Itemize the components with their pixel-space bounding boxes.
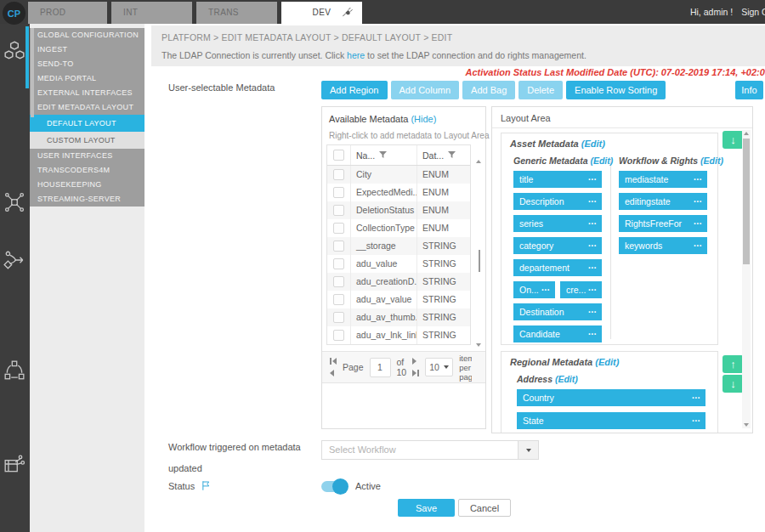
metadata-row[interactable]: City ENUM (327, 166, 470, 184)
tag-menu-icon[interactable] (588, 193, 598, 207)
env-tab[interactable]: INT (111, 2, 192, 24)
asset-edit-link[interactable]: (Edit) (581, 139, 605, 149)
grid-scrollbar-thumb[interactable] (479, 250, 480, 272)
env-tab[interactable]: DEV (281, 2, 362, 24)
toolbar-button[interactable]: Add Bag (462, 81, 515, 99)
layout-area-scrollbar[interactable] (742, 130, 751, 428)
tag-menu-icon[interactable] (694, 215, 704, 229)
row-checkbox[interactable] (333, 258, 344, 269)
toolbar-button[interactable]: Add Region (321, 81, 388, 99)
sidebar-item[interactable]: GLOBAL CONFIGURATION (30, 28, 144, 42)
row-checkbox[interactable] (333, 241, 344, 252)
workflow-edit-link[interactable]: (Edit) (700, 156, 723, 166)
metadata-tag[interactable]: departement (513, 259, 602, 276)
workflow-icon[interactable] (3, 249, 26, 271)
tag-menu-icon[interactable] (588, 215, 598, 229)
row-checkbox[interactable] (333, 330, 344, 341)
row-checkbox[interactable] (333, 205, 344, 216)
datatype-filter-icon[interactable] (448, 151, 456, 159)
metadata-tag[interactable]: Description (513, 193, 602, 210)
row-checkbox[interactable] (333, 169, 344, 180)
metadata-tag[interactable]: title (513, 171, 602, 188)
sidebar-item[interactable]: USER INTERFACES (30, 149, 144, 163)
metadata-row[interactable]: adu_av_value STRING (327, 291, 470, 308)
dropdown-arrow-icon[interactable] (518, 441, 538, 459)
tag-menu-icon[interactable] (588, 237, 598, 252)
metadata-tag[interactable]: editingstate (619, 193, 707, 210)
media-icon[interactable] (3, 453, 26, 475)
row-checkbox[interactable] (333, 312, 344, 323)
tag-menu-icon[interactable] (588, 303, 598, 318)
metadata-tag[interactable]: State (517, 412, 706, 429)
address-edit-link[interactable]: (Edit) (555, 374, 578, 384)
toggle-knob[interactable] (332, 478, 348, 495)
metadata-tag[interactable]: keywords (619, 237, 707, 254)
metadata-tag[interactable]: Destination (513, 303, 602, 320)
status-toggle[interactable] (321, 481, 347, 492)
env-tab[interactable]: TRANS (196, 2, 277, 24)
toolbar-button[interactable]: Delete (518, 81, 563, 99)
cancel-button[interactable]: Cancel (458, 499, 511, 517)
sidebar-item[interactable]: MEDIA PORTAL (30, 71, 144, 86)
env-tab[interactable]: PROD (28, 2, 107, 24)
toolbar-button[interactable]: Add Column (391, 81, 460, 99)
generic-edit-link[interactable]: (Edit) (590, 156, 613, 166)
metadata-tag[interactable]: mediastate (619, 171, 707, 188)
metadata-row[interactable]: adu_av_lnk_link STRING (327, 326, 470, 344)
row-checkbox[interactable] (333, 223, 344, 234)
breadcrumb[interactable]: PLATFORM > EDIT METADATA LAYOUT > DEFAUL… (162, 32, 452, 42)
row-checkbox[interactable] (333, 187, 344, 198)
grid-scroll-up-icon[interactable] (476, 160, 481, 163)
page-number-input[interactable] (370, 358, 391, 377)
sidebar-item[interactable]: EDIT METADATA LAYOUT (30, 100, 144, 115)
tag-menu-icon[interactable] (588, 171, 598, 185)
info-button[interactable]: Info (735, 81, 763, 99)
grid-scrollbar[interactable] (475, 160, 483, 347)
first-page-button[interactable] (330, 358, 337, 365)
toolbar-button[interactable]: Enable Row Sorting (566, 81, 666, 99)
tag-menu-icon[interactable] (541, 281, 552, 296)
tag-menu-icon[interactable] (692, 412, 702, 427)
tag-menu-icon[interactable] (694, 237, 704, 252)
tag-menu-icon[interactable] (588, 259, 598, 274)
sidebar-scrollbar-thumb[interactable] (31, 28, 34, 117)
sidebar-item[interactable]: CUSTOM LAYOUT (30, 132, 144, 149)
metadata-tag[interactable]: Candidate (513, 325, 602, 342)
metadata-row[interactable]: __storage STRING (327, 237, 470, 255)
metadata-row[interactable]: ExpectedMedi... ENUM (327, 184, 470, 201)
integrations-icon[interactable] (3, 191, 26, 213)
sidebar-item[interactable]: HOUSEKEEPING (30, 178, 144, 192)
tag-menu-icon[interactable] (694, 171, 704, 185)
last-page-button[interactable] (412, 370, 419, 376)
sidebar-item[interactable]: STREAMING-SERVER (30, 192, 144, 207)
workflow-select[interactable]: Select Workflow (321, 440, 539, 460)
layout-scroll-down-icon[interactable] (744, 423, 749, 427)
name-filter-icon[interactable] (379, 151, 387, 159)
distribution-icon[interactable] (3, 359, 26, 382)
metadata-tag[interactable]: On... (513, 281, 555, 298)
layout-scroll-up-icon[interactable] (744, 132, 749, 135)
sidebar-item[interactable]: DEFAULT LAYOUT (30, 115, 144, 132)
grid-scroll-down-icon[interactable] (476, 343, 481, 347)
tag-menu-icon[interactable] (588, 325, 598, 340)
move-section-down-button[interactable]: ↓ (722, 131, 744, 149)
metadata-row[interactable]: adu_value STRING (327, 255, 470, 273)
select-all-checkbox[interactable] (333, 150, 344, 161)
app-logo[interactable]: CP (3, 2, 26, 25)
sign-out-link[interactable]: Sign Out (741, 7, 765, 17)
move-section-up-button[interactable]: ↑ (722, 355, 744, 373)
metadata-tag[interactable]: RightsFreeFor (619, 215, 707, 232)
assets-icon[interactable] (3, 39, 26, 61)
metadata-row[interactable]: CollectionType ENUM (327, 219, 470, 237)
prev-page-button[interactable] (330, 370, 337, 376)
row-checkbox[interactable] (333, 276, 344, 287)
move-section-down-button[interactable]: ↓ (722, 375, 744, 393)
metadata-row[interactable]: adu_av_thumb... STRING (327, 308, 470, 326)
tag-menu-icon[interactable] (692, 389, 702, 404)
regional-edit-link[interactable]: (Edit) (595, 357, 619, 367)
sidebar-item[interactable]: TRANSCODERS4M (30, 163, 144, 178)
metadata-row[interactable]: adu_creationD... STRING (327, 273, 470, 291)
next-page-button[interactable] (412, 358, 419, 365)
metadata-tag[interactable]: Country (517, 389, 706, 406)
tag-menu-icon[interactable] (694, 193, 704, 207)
